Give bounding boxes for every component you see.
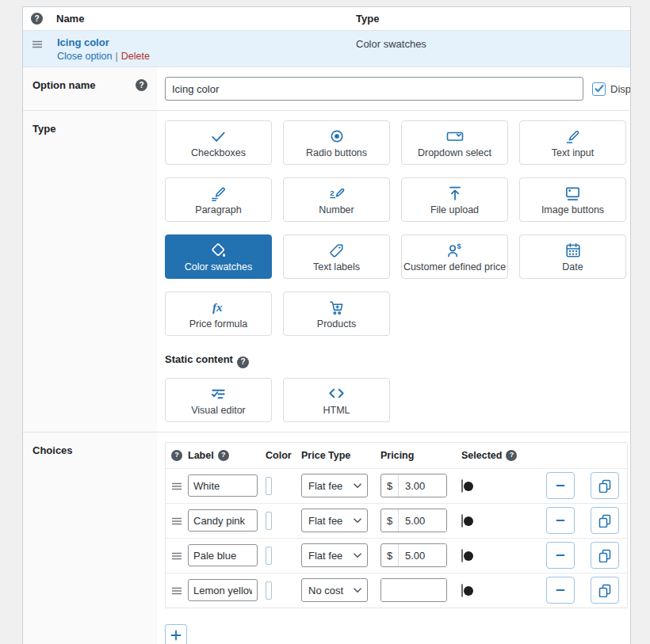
pricing-input[interactable] xyxy=(399,544,446,566)
selected-toggle[interactable] xyxy=(461,584,463,597)
duplicate-choice-button[interactable] xyxy=(591,577,619,604)
price-type-select[interactable]: Flat fee xyxy=(301,474,368,497)
type-button-price-formula[interactable]: fx Price formula xyxy=(165,292,272,336)
svg-text:fx: fx xyxy=(212,301,223,314)
color-swatch-picker[interactable] xyxy=(266,512,272,530)
option-name-input[interactable] xyxy=(165,77,583,101)
person-dollar-icon: $ xyxy=(445,241,464,260)
pricing-input-group: $ xyxy=(380,474,447,497)
color-swatch-picker[interactable] xyxy=(266,547,272,565)
currency-prefix: $ xyxy=(381,544,399,566)
remove-choice-button[interactable] xyxy=(546,577,575,604)
choice-label-input[interactable] xyxy=(188,544,258,566)
action-separator: | xyxy=(116,51,118,62)
paragraph-pencil-icon xyxy=(209,184,228,203)
add-choice-button[interactable] xyxy=(165,624,187,644)
formula-fx-icon: fx xyxy=(209,298,228,317)
dropdown-icon xyxy=(445,127,465,146)
drag-handle-icon[interactable] xyxy=(166,585,188,597)
duplicate-choice-button[interactable] xyxy=(591,542,619,569)
price-type-select[interactable]: Flat fee xyxy=(301,543,368,567)
calendar-icon xyxy=(564,241,582,260)
help-icon[interactable]: ? xyxy=(218,450,229,461)
svg-text:$: $ xyxy=(457,242,461,250)
choices-label: Choices xyxy=(32,444,73,456)
color-swatch-picker[interactable] xyxy=(266,477,272,495)
visual-editor-icon xyxy=(209,384,228,403)
type-button-paragraph[interactable]: Paragraph xyxy=(165,177,272,222)
pricing-input[interactable] xyxy=(399,509,446,532)
static-content-heading: Static content? xyxy=(165,353,629,368)
type-button-customer-defined-price[interactable]: $ Customer defined price xyxy=(401,234,508,279)
color-swatch-picker[interactable] xyxy=(266,581,272,600)
drag-handle-icon[interactable] xyxy=(166,480,188,493)
type-button-date[interactable]: Date xyxy=(519,234,626,279)
options-list-header: ? Name Type xyxy=(23,7,630,31)
image-icon xyxy=(564,184,582,203)
selected-toggle[interactable] xyxy=(461,514,463,528)
option-title-link[interactable]: Icing color xyxy=(57,36,109,48)
pricing-input-group xyxy=(380,578,447,602)
name-column-header: Name xyxy=(56,13,84,25)
remove-choice-button[interactable] xyxy=(546,507,575,534)
selected-toggle[interactable] xyxy=(461,479,463,493)
choice-label-input[interactable] xyxy=(188,509,258,532)
option-name-label: Option name xyxy=(32,79,95,91)
selected-toggle[interactable] xyxy=(461,549,463,562)
remove-choice-button[interactable] xyxy=(546,542,575,569)
type-button-image-buttons[interactable]: Image buttons xyxy=(519,177,626,222)
pricing-input-group: $ xyxy=(380,543,447,567)
type-row: Type Checkboxes Radio buttons Dropdown s… xyxy=(23,110,630,432)
delete-option-link[interactable]: Delete xyxy=(121,51,150,62)
remove-choice-button[interactable] xyxy=(546,472,575,499)
type-button-file-upload[interactable]: File upload xyxy=(401,177,508,222)
option-name-row: Option name ? Display xyxy=(23,67,630,110)
choice-row: No cost xyxy=(166,573,627,608)
price-type-select[interactable]: Flat fee xyxy=(301,509,368,532)
type-button-grid: Checkboxes Radio buttons Dropdown select… xyxy=(165,120,629,336)
type-button-products[interactable]: Products xyxy=(283,292,390,336)
type-button-text-input[interactable]: Text input xyxy=(519,120,626,165)
help-icon[interactable]: ? xyxy=(171,450,182,461)
help-icon[interactable]: ? xyxy=(506,450,517,461)
product-options-panel: ? Name Type Icing color Close option|Del… xyxy=(22,6,631,644)
choice-row: Flat fee $ xyxy=(166,538,627,573)
duplicate-choice-button[interactable] xyxy=(591,507,619,534)
cart-plus-icon xyxy=(327,298,346,317)
choice-row: Flat fee $ xyxy=(166,468,627,503)
pricing-input[interactable] xyxy=(381,579,446,601)
upload-icon xyxy=(446,184,464,203)
chevron-down-icon xyxy=(354,588,361,593)
option-type-value: Color swatches xyxy=(356,38,426,50)
pricing-input[interactable] xyxy=(399,474,446,497)
type-label: Type xyxy=(32,123,55,135)
display-checkbox[interactable] xyxy=(592,82,606,96)
svg-text:2: 2 xyxy=(330,189,334,197)
pencil-icon xyxy=(564,127,582,146)
drag-handle-icon[interactable] xyxy=(166,550,188,562)
type-button-radio-buttons[interactable]: Radio buttons xyxy=(283,120,390,165)
static-content-button-grid: Visual editor HTML xyxy=(165,378,629,422)
number-pencil-icon: 2 xyxy=(327,184,346,203)
type-button-color-swatches[interactable]: Color swatches xyxy=(165,234,272,279)
price-type-select[interactable]: No cost xyxy=(301,578,368,602)
chevron-down-icon xyxy=(354,518,361,524)
drag-handle-icon[interactable] xyxy=(166,515,188,528)
help-icon[interactable]: ? xyxy=(136,79,147,91)
type-button-dropdown-select[interactable]: Dropdown select xyxy=(401,120,508,165)
close-option-link[interactable]: Close option xyxy=(57,51,113,62)
duplicate-choice-button[interactable] xyxy=(591,472,619,499)
type-button-checkboxes[interactable]: Checkboxes xyxy=(165,120,272,165)
choices-table-header: ? Label? Color Price Type Pricing Select… xyxy=(166,443,627,468)
type-button-html[interactable]: HTML xyxy=(283,378,390,422)
help-icon[interactable]: ? xyxy=(237,356,249,368)
type-button-visual-editor[interactable]: Visual editor xyxy=(165,378,272,422)
type-button-text-labels[interactable]: Text labels xyxy=(283,234,390,279)
drag-handle-icon[interactable] xyxy=(31,38,44,51)
help-icon[interactable]: ? xyxy=(31,13,43,25)
choice-label-input[interactable] xyxy=(188,579,258,601)
type-button-number[interactable]: 2 Number xyxy=(283,177,390,222)
pricing-input-group: $ xyxy=(380,509,447,532)
choice-label-input[interactable] xyxy=(188,474,258,497)
radio-button-icon xyxy=(328,127,346,146)
